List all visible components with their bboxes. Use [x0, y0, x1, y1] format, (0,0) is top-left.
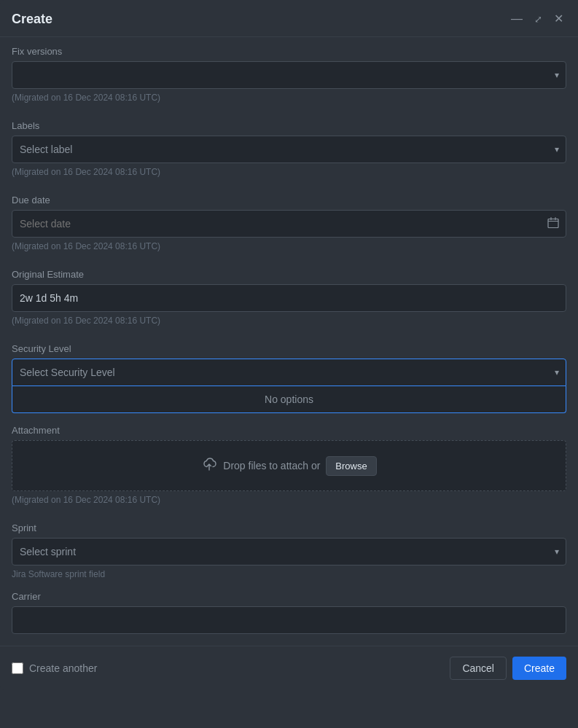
labels-migrated: (Migrated on 16 Dec 2024 08:16 UTC): [12, 167, 566, 177]
due-date-migrated: (Migrated on 16 Dec 2024 08:16 UTC): [12, 241, 566, 251]
security-level-dropdown: No options: [12, 386, 566, 413]
modal-body: Fix versions ▾ (Migrated on 16 Dec 2024 …: [0, 37, 578, 637]
original-estimate-section: Original Estimate (Migrated on 16 Dec 20…: [12, 260, 566, 334]
fix-versions-migrated: (Migrated on 16 Dec 2024 08:16 UTC): [12, 93, 566, 103]
cloud-upload-icon: [201, 457, 217, 475]
drop-files-text: Drop files to attach or: [223, 460, 320, 471]
sprint-note: Jira Software sprint field: [12, 569, 566, 579]
security-level-select[interactable]: Select Security Level: [12, 359, 566, 386]
modal-footer: Create another Cancel Create: [0, 646, 578, 690]
due-date-input[interactable]: [12, 210, 566, 238]
browse-button[interactable]: Browse: [326, 456, 376, 476]
create-another-wrapper: Create another: [12, 662, 97, 674]
cancel-button[interactable]: Cancel: [450, 657, 507, 680]
attachment-drop-zone[interactable]: Drop files to attach or Browse: [12, 440, 566, 491]
due-date-section: Due date (Migrated on 16 Dec 2024 08:16 …: [12, 186, 566, 260]
original-estimate-migrated: (Migrated on 16 Dec 2024 08:16 UTC): [12, 316, 566, 326]
carrier-section: Carrier: [12, 582, 566, 637]
due-date-label: Due date: [12, 195, 566, 206]
fix-versions-label: Fix versions: [12, 46, 566, 57]
modal-header: Create — ⤢ ✕: [0, 0, 578, 37]
create-button[interactable]: Create: [512, 657, 566, 680]
security-level-section: Security Level Select Security Level ▾ N…: [12, 334, 566, 416]
fix-versions-wrapper: ▾: [12, 61, 566, 89]
create-another-checkbox[interactable]: [12, 662, 23, 674]
carrier-label: Carrier: [12, 591, 566, 602]
close-icon: ✕: [554, 13, 563, 25]
security-level-label: Security Level: [12, 343, 566, 354]
original-estimate-label: Original Estimate: [12, 269, 566, 280]
sprint-select[interactable]: Select sprint: [12, 538, 566, 565]
close-button[interactable]: ✕: [551, 10, 566, 28]
header-actions: — ⤢ ✕: [508, 10, 566, 28]
create-another-label[interactable]: Create another: [29, 662, 97, 674]
fix-versions-select[interactable]: [12, 61, 566, 89]
original-estimate-input[interactable]: [12, 284, 566, 312]
modal-title: Create: [12, 12, 52, 27]
expand-icon: ⤢: [534, 15, 542, 24]
sprint-wrapper: Select sprint ▾: [12, 538, 566, 565]
attachment-label: Attachment: [12, 425, 566, 436]
minimize-button[interactable]: —: [508, 10, 526, 28]
no-options-text: No options: [12, 386, 566, 412]
sprint-section: Sprint Select sprint ▾ Jira Software spr…: [12, 514, 566, 582]
labels-select[interactable]: Select label: [12, 136, 566, 163]
minimize-icon: —: [511, 13, 523, 25]
labels-section: Labels Select label ▾ (Migrated on 16 De…: [12, 111, 566, 186]
labels-wrapper: Select label ▾: [12, 136, 566, 163]
fix-versions-section: Fix versions ▾ (Migrated on 16 Dec 2024 …: [12, 37, 566, 111]
attachment-migrated: (Migrated on 16 Dec 2024 08:16 UTC): [12, 495, 566, 505]
footer-buttons: Cancel Create: [450, 657, 566, 680]
carrier-input[interactable]: [12, 606, 566, 634]
modal-container: Create — ⤢ ✕ Fix versions: [0, 0, 578, 690]
labels-label: Labels: [12, 120, 566, 131]
due-date-wrapper: [12, 210, 566, 238]
security-level-wrapper: Select Security Level ▾: [12, 359, 566, 386]
expand-button[interactable]: ⤢: [531, 12, 545, 27]
attachment-section: Attachment Drop files to attach or Brows…: [12, 416, 566, 514]
modal-overlay: Create — ⤢ ✕ Fix versions: [0, 0, 578, 728]
sprint-label: Sprint: [12, 522, 566, 533]
